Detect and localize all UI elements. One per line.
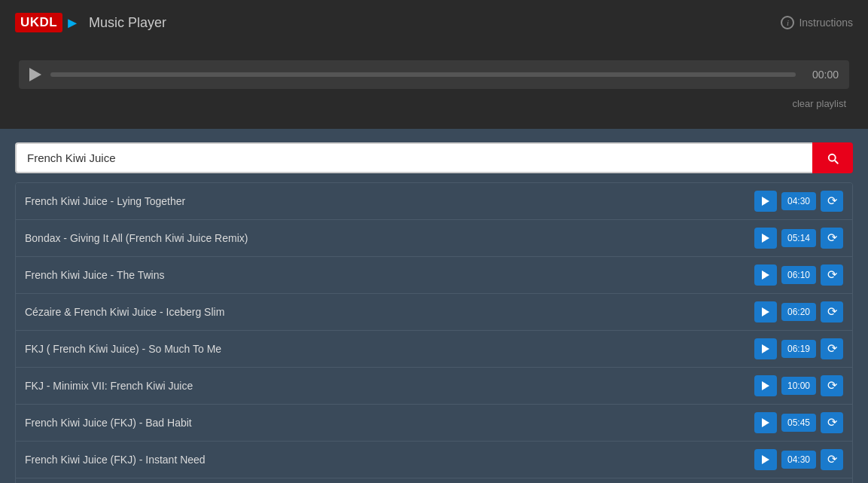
play-result-icon (762, 197, 769, 206)
result-actions: 04:30 ⟳ (754, 191, 843, 212)
result-actions: 04:30 ⟳ (754, 449, 843, 470)
progress-bar[interactable] (50, 72, 796, 77)
play-result-button[interactable] (754, 338, 777, 359)
play-result-icon (762, 418, 769, 427)
play-result-button[interactable] (754, 264, 777, 286)
header: UKDL ► Music Player i Instructions (0, 0, 868, 45)
duration-badge: 04:30 (781, 451, 816, 469)
instructions-link[interactable]: Instructions (799, 17, 853, 29)
result-title: FKJ ( French Kiwi Juice) - So Much To Me (25, 343, 747, 355)
search-button[interactable] (812, 142, 853, 173)
play-icon (29, 68, 41, 81)
duration-badge: 06:19 (781, 340, 816, 358)
time-display: 00:00 (805, 69, 839, 81)
add-to-playlist-button[interactable]: ⟳ (821, 449, 843, 470)
table-row: French Kiwi Juice (FKJ) - Bad Habit 05:4… (16, 405, 852, 442)
clear-playlist-area: clear playlist (19, 96, 849, 110)
duration-badge: 06:10 (781, 266, 816, 284)
play-result-button[interactable] (754, 191, 777, 212)
search-icon (826, 151, 839, 165)
duration-badge: 04:30 (781, 192, 816, 210)
play-result-icon (762, 234, 769, 243)
play-result-button[interactable] (754, 412, 777, 433)
play-result-button[interactable] (754, 301, 777, 323)
add-to-playlist-button[interactable]: ⟳ (821, 191, 843, 212)
info-icon: i (781, 16, 794, 29)
add-to-playlist-button[interactable]: ⟳ (821, 412, 843, 433)
play-result-button[interactable] (754, 228, 777, 249)
app-title: Music Player (89, 15, 166, 31)
search-input[interactable] (15, 142, 812, 173)
add-icon: ⟳ (827, 232, 837, 244)
result-actions: 05:45 ⟳ (754, 412, 843, 433)
player-section: 00:00 clear playlist (0, 45, 868, 129)
table-row: French Kiwi Juice - Lying Together 04:30… (16, 183, 852, 220)
result-actions: 05:14 ⟳ (754, 228, 843, 249)
play-result-icon (762, 455, 769, 464)
add-icon: ⟳ (827, 454, 837, 466)
table-row: Cézaire & French Kiwi Juice - Iceberg Sl… (16, 294, 852, 331)
logo-text: UKDL (15, 13, 62, 32)
result-title: French Kiwi Juice (FKJ) - Bad Habit (25, 417, 747, 429)
result-title: French Kiwi Juice (FKJ) - Instant Need (25, 454, 747, 466)
add-icon: ⟳ (827, 417, 837, 429)
play-result-icon (762, 307, 769, 316)
result-title: Bondax - Giving It All (French Kiwi Juic… (25, 232, 747, 244)
add-icon: ⟳ (827, 195, 837, 207)
add-to-playlist-button[interactable]: ⟳ (821, 301, 843, 323)
table-row: FKJ ( French Kiwi Juice) - So Much To Me… (16, 331, 852, 368)
header-right: i Instructions (781, 16, 853, 29)
table-row: French Kiwi Juice - Lying Together (Al P… (16, 478, 852, 483)
add-icon: ⟳ (827, 343, 837, 355)
play-result-button[interactable] (754, 449, 777, 470)
play-result-icon (762, 344, 769, 353)
add-icon: ⟳ (827, 306, 837, 318)
results-list: French Kiwi Juice - Lying Together 04:30… (15, 182, 853, 483)
clear-playlist-link[interactable]: clear playlist (792, 98, 846, 109)
add-to-playlist-button[interactable]: ⟳ (821, 228, 843, 249)
result-actions: 06:19 ⟳ (754, 338, 843, 359)
search-bar (15, 142, 853, 173)
table-row: French Kiwi Juice - The Twins 06:10 ⟳ (16, 257, 852, 294)
duration-badge: 05:45 (781, 414, 816, 432)
duration-badge: 06:20 (781, 303, 816, 321)
result-actions: 06:20 ⟳ (754, 301, 843, 323)
play-button[interactable] (29, 68, 41, 81)
add-to-playlist-button[interactable]: ⟳ (821, 375, 843, 396)
add-icon: ⟳ (827, 269, 837, 281)
result-title: French Kiwi Juice - Lying Together (25, 195, 747, 207)
add-to-playlist-button[interactable]: ⟳ (821, 264, 843, 286)
duration-badge: 10:00 (781, 377, 816, 395)
table-row: French Kiwi Juice (FKJ) - Instant Need 0… (16, 442, 852, 478)
table-row: FKJ - Minimix VII: French Kiwi Juice 10:… (16, 368, 852, 405)
result-title: French Kiwi Juice - The Twins (25, 269, 747, 281)
play-result-icon (762, 271, 769, 280)
table-row: Bondax - Giving It All (French Kiwi Juic… (16, 220, 852, 257)
result-title: Cézaire & French Kiwi Juice - Iceberg Sl… (25, 306, 747, 318)
add-icon: ⟳ (827, 380, 837, 392)
play-result-icon (762, 381, 769, 390)
header-left: UKDL ► Music Player (15, 13, 166, 32)
logo: UKDL ► (15, 13, 80, 32)
add-to-playlist-button[interactable]: ⟳ (821, 338, 843, 359)
result-title: FKJ - Minimix VII: French Kiwi Juice (25, 380, 747, 392)
play-result-button[interactable] (754, 375, 777, 396)
logo-arrow: ► (65, 14, 80, 32)
duration-badge: 05:14 (781, 229, 816, 247)
result-actions: 10:00 ⟳ (754, 375, 843, 396)
search-section (0, 129, 868, 182)
result-actions: 06:10 ⟳ (754, 264, 843, 286)
player-bar: 00:00 (19, 60, 849, 89)
